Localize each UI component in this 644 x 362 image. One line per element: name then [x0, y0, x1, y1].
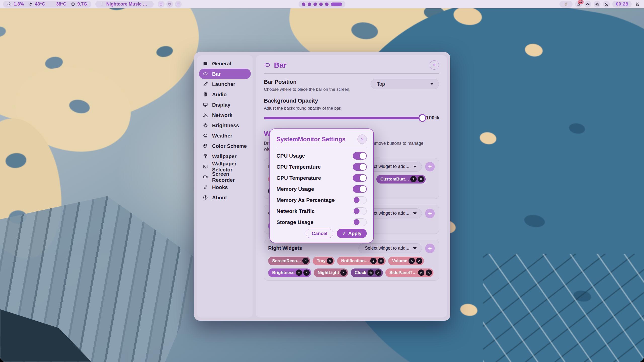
- sidebar-item-about[interactable]: About: [199, 192, 251, 203]
- sidebar-item-hooks[interactable]: Hooks: [199, 182, 251, 192]
- sidebar-item-color-scheme[interactable]: Color Scheme: [199, 141, 251, 151]
- media-player-module[interactable]: Nightcore Music Mix 20…: [95, 1, 154, 8]
- widget-settings-button[interactable]: [418, 269, 424, 276]
- widget-chip-volume[interactable]: Volume: [388, 257, 424, 265]
- workspace-dot[interactable]: [319, 3, 323, 6]
- notifications-button[interactable]: 10: [575, 1, 582, 8]
- sidebar-item-display[interactable]: Display: [199, 100, 251, 110]
- systemmonitor-settings-modal: SystemMonitor Settings CPU UsageCPU Temp…: [269, 128, 374, 243]
- sidebar-item-network[interactable]: Network: [199, 110, 251, 120]
- opacity-slider[interactable]: [264, 117, 422, 119]
- widget-remove-button[interactable]: [426, 269, 432, 276]
- toggle-network-traffic[interactable]: [353, 207, 367, 215]
- widget-remove-button[interactable]: [378, 258, 384, 264]
- network-icon: [203, 112, 208, 118]
- widget-chip-screenreco[interactable]: ScreenReco…: [268, 257, 310, 265]
- widget-chip-tray[interactable]: Tray: [313, 257, 335, 265]
- sidebar-item-weather[interactable]: Weather: [199, 130, 251, 141]
- night-light-button[interactable]: [603, 1, 610, 8]
- heart-button[interactable]: [166, 1, 173, 8]
- sidebar-item-label: Network: [212, 112, 232, 118]
- workspace-indicator[interactable]: [299, 1, 345, 8]
- volume-button[interactable]: [584, 1, 591, 8]
- toggle-cpu-usage[interactable]: [353, 152, 367, 160]
- display-icon: [50, 2, 54, 7]
- widget-remove-button[interactable]: [375, 269, 381, 276]
- speaker-icon: [586, 2, 590, 7]
- sidebar-item-wallpaper[interactable]: Wallpaper: [199, 151, 251, 161]
- widget-chip-nightlight[interactable]: NightLight: [314, 268, 348, 277]
- media-title: Nightcore Music Mix 20…: [106, 2, 150, 7]
- brightness-button[interactable]: [594, 1, 600, 8]
- stat-value: 43°C: [35, 2, 45, 7]
- widget-remove-button[interactable]: [303, 269, 310, 276]
- widget-settings-button[interactable]: [296, 269, 302, 276]
- quick-buttons: [158, 1, 182, 8]
- sun-icon: [595, 2, 599, 7]
- chevron-down-icon: [413, 166, 417, 168]
- bar-position-select[interactable]: Top: [371, 79, 439, 89]
- add-widget-button[interactable]: +: [425, 162, 435, 171]
- workspace-dot[interactable]: [325, 3, 329, 6]
- widget-settings-button[interactable]: [410, 176, 417, 182]
- widget-remove-button[interactable]: [416, 258, 422, 264]
- tray-app-button[interactable]: [559, 1, 573, 8]
- stat-value: 9.7G: [77, 2, 87, 7]
- workspace-dot[interactable]: [308, 3, 311, 6]
- widget-remove-button[interactable]: [302, 258, 309, 264]
- clock[interactable]: 00:28: [612, 1, 632, 8]
- toggle-gpu-temperature[interactable]: [353, 174, 367, 182]
- toggle-memory-usage[interactable]: [353, 185, 367, 193]
- add-widget-button[interactable]: +: [425, 244, 435, 253]
- hand-peace-icon: [564, 2, 569, 7]
- widget-chip-custombutt[interactable]: CustomButt…: [376, 175, 426, 184]
- sidebar-item-screen-recorder[interactable]: Screen Recorder: [199, 172, 251, 182]
- add-widget-button[interactable]: +: [425, 209, 435, 218]
- widget-remove-button[interactable]: [327, 258, 333, 264]
- close-icon: [305, 271, 308, 274]
- gear-icon: [369, 271, 372, 274]
- sidebar-item-label: Weather: [212, 133, 232, 139]
- widget-chip-clock[interactable]: Clock: [351, 268, 383, 277]
- widget-chip-brightness[interactable]: Brightness: [268, 268, 311, 277]
- bar-pill-icon: [203, 71, 208, 76]
- widget-settings-button[interactable]: [368, 269, 374, 276]
- widget-settings-button[interactable]: [409, 258, 415, 264]
- modal-close-button[interactable]: [357, 134, 367, 144]
- toggle-row-memory-usage: Memory Usage: [276, 184, 367, 195]
- window-close-button[interactable]: [430, 60, 439, 70]
- toggle-cpu-temperature[interactable]: [353, 163, 367, 171]
- workspace-dot[interactable]: [302, 3, 305, 6]
- workspace-dot[interactable]: [313, 3, 317, 6]
- widget-settings-button[interactable]: [370, 258, 377, 264]
- sidebar-item-wallpaper-selector[interactable]: Wallpaper Selector: [199, 161, 251, 172]
- info-icon: [203, 195, 208, 200]
- top-bar-right: 10 00:28: [559, 1, 641, 8]
- system-stats-module[interactable]: 1.8%43°C38°C9.7G: [3, 1, 91, 8]
- workspace-active[interactable]: [331, 3, 342, 6]
- sidebar-item-general[interactable]: General: [199, 58, 251, 69]
- widget-remove-button[interactable]: [340, 269, 347, 276]
- apply-button[interactable]: ✓ Apply: [337, 229, 367, 238]
- sidebar-item-launcher[interactable]: Launcher: [199, 79, 251, 89]
- paint-roller-icon: [203, 154, 208, 159]
- toggle-storage-usage[interactable]: [353, 218, 367, 226]
- widget-chip-notification[interactable]: Notification…: [337, 257, 386, 265]
- cancel-button[interactable]: Cancel: [306, 229, 333, 238]
- apps-overview-button[interactable]: [634, 1, 641, 8]
- heart-button[interactable]: [175, 1, 182, 8]
- toggle-memory-as-percentage[interactable]: [353, 196, 367, 204]
- widget-chip-sidepanelt[interactable]: SidePanelT…: [385, 268, 433, 277]
- widget-remove-button[interactable]: [418, 176, 424, 182]
- stat-display: 38°C: [50, 2, 66, 7]
- sidebar-item-brightness[interactable]: Brightness: [199, 120, 251, 130]
- toggle-row-gpu-temperature: GPU Temperature: [276, 172, 367, 184]
- sidebar-item-bar[interactable]: Bar: [199, 69, 251, 79]
- widget-chip-label: CustomButt…: [380, 177, 409, 182]
- add-widget-select[interactable]: Select widget to add...: [358, 243, 422, 253]
- skull-button[interactable]: [158, 1, 165, 8]
- opacity-slider-thumb[interactable]: [418, 114, 426, 122]
- widget-chip-label: SidePanelT…: [389, 270, 417, 275]
- toggle-row-cpu-usage: CPU Usage: [276, 150, 367, 161]
- sidebar-item-audio[interactable]: Audio: [199, 89, 251, 100]
